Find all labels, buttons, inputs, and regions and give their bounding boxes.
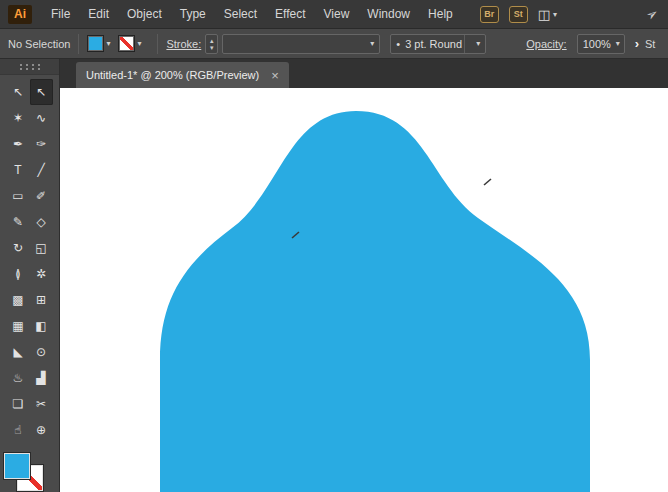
close-icon[interactable]: ×	[271, 69, 279, 82]
slice-tool[interactable]: ✂	[30, 391, 53, 417]
anchor-tick	[484, 179, 491, 185]
fill-swatch[interactable]	[87, 35, 104, 52]
opacity-panel-link[interactable]: Opacity:	[526, 38, 566, 50]
curvature-tool[interactable]: ✑	[30, 131, 53, 157]
menu-object[interactable]: Object	[118, 0, 171, 29]
chevron-down-icon[interactable]: ▾	[365, 39, 374, 48]
stepper-up-icon[interactable]: ▴	[210, 37, 214, 44]
perspective-grid-tool[interactable]: ⊞	[30, 287, 53, 313]
direct-selection-tool[interactable]: ↖	[30, 79, 53, 105]
selection-status: No Selection	[8, 38, 70, 50]
shape-builder-tool[interactable]: ▩	[7, 287, 30, 313]
menu-list: FileEditObjectTypeSelectEffectViewWindow…	[42, 0, 462, 29]
stroke-color-control[interactable]: ▾	[118, 35, 141, 52]
line-segment-tool[interactable]: ╱	[30, 157, 53, 183]
opacity-dropdown[interactable]: 100% ▾	[577, 34, 625, 54]
divider	[464, 35, 465, 53]
gradient-tool[interactable]: ◧	[30, 313, 53, 339]
eyedropper-tool[interactable]: ◣	[7, 339, 30, 365]
menu-view[interactable]: View	[315, 0, 359, 29]
shaper-tool[interactable]: ✎	[7, 209, 30, 235]
brush-preview-dot: •	[396, 38, 400, 50]
blue-shape[interactable]	[160, 111, 590, 492]
stroke-weight-stepper[interactable]: ▴ ▾	[205, 34, 218, 54]
zoom-tool[interactable]: ⊕	[30, 417, 53, 443]
lasso-tool[interactable]: ∿	[30, 105, 53, 131]
divider	[78, 34, 79, 54]
menu-effect[interactable]: Effect	[266, 0, 314, 29]
control-bar-right: Opacity: 100% ▾ › St	[526, 34, 660, 54]
bridge-button[interactable]: Br	[480, 6, 499, 23]
control-bar: No Selection ▾ ▾ Stroke: ▴ ▾ ▾ • 3 pt. R…	[0, 29, 668, 59]
share-icon[interactable]: ➢	[643, 4, 662, 24]
hand-tool[interactable]: ☝	[7, 417, 30, 443]
mesh-tool[interactable]: ▦	[7, 313, 30, 339]
stock-button[interactable]: St	[509, 6, 528, 23]
arrange-documents-icon: ◫	[538, 7, 550, 22]
paintbrush-tool[interactable]: ✐	[30, 183, 53, 209]
chevron-down-icon[interactable]: ▾	[106, 39, 110, 48]
free-transform-tool[interactable]: ✲	[30, 261, 53, 287]
menu-bar: Ai FileEditObjectTypeSelectEffectViewWin…	[0, 0, 668, 29]
illustrator-window: Ai FileEditObjectTypeSelectEffectViewWin…	[0, 0, 668, 492]
divider	[157, 34, 158, 54]
stroke-none-swatch[interactable]	[118, 35, 135, 52]
chevron-down-icon: ▾	[553, 10, 557, 19]
chevron-down-icon[interactable]: ▾	[137, 39, 141, 48]
menu-select[interactable]: Select	[215, 0, 266, 29]
stepper-down-icon[interactable]: ▾	[210, 44, 214, 51]
scale-tool[interactable]: ◱	[30, 235, 53, 261]
workspace-switcher[interactable]: ◫ ▾	[538, 7, 557, 22]
menu-window[interactable]: Window	[358, 0, 419, 29]
toolbar-swatches	[0, 449, 59, 492]
pen-tool[interactable]: ✒	[7, 131, 30, 157]
width-tool[interactable]: ≬	[7, 261, 30, 287]
artboard-tool[interactable]: ❏	[7, 391, 30, 417]
tools-grid: ↖↖✶∿✒✑T╱▭✐✎◇↻◱≬✲▩⊞▦◧◣⊙♨▟❏✂☝⊕	[0, 75, 59, 443]
document-tab-bar: Untitled-1* @ 200% (RGB/Preview) ×	[60, 59, 668, 88]
toolbar-grip-handle[interactable]	[0, 59, 59, 75]
grip-dots-icon	[18, 63, 42, 70]
document-area: Untitled-1* @ 200% (RGB/Preview) ×	[60, 59, 668, 492]
tools-panel: ↖↖✶∿✒✑T╱▭✐✎◇↻◱≬✲▩⊞▦◧◣⊙♨▟❏✂☝⊕	[0, 59, 60, 492]
app-logo: Ai	[8, 5, 32, 24]
type-tool[interactable]: T	[7, 157, 30, 183]
document-tab[interactable]: Untitled-1* @ 200% (RGB/Preview) ×	[76, 62, 289, 88]
brush-definition-dropdown[interactable]: • 3 pt. Round ▾	[390, 34, 486, 54]
chevron-down-icon[interactable]: ▾	[611, 39, 620, 48]
blend-tool[interactable]: ⊙	[30, 339, 53, 365]
style-link-clipped[interactable]: St	[645, 38, 660, 50]
selection-tool[interactable]: ↖	[7, 79, 30, 105]
menu-right-group: Br St ◫ ▾	[480, 6, 557, 23]
menu-help[interactable]: Help	[419, 0, 462, 29]
symbol-sprayer-tool[interactable]: ♨	[7, 365, 30, 391]
document-tab-title: Untitled-1* @ 200% (RGB/Preview)	[86, 69, 259, 81]
menu-type[interactable]: Type	[171, 0, 215, 29]
eraser-tool[interactable]: ◇	[30, 209, 53, 235]
artboard-svg	[60, 88, 668, 492]
magic-wand-tool[interactable]: ✶	[7, 105, 30, 131]
rotate-tool[interactable]: ↻	[7, 235, 30, 261]
workspace: ↖↖✶∿✒✑T╱▭✐✎◇↻◱≬✲▩⊞▦◧◣⊙♨▟❏✂☝⊕ Untitled-1*…	[0, 59, 668, 492]
menu-file[interactable]: File	[42, 0, 79, 29]
toolbar-fill-swatch[interactable]	[4, 453, 30, 479]
chevron-down-icon[interactable]: ▾	[471, 39, 480, 48]
brush-name: 3 pt. Round	[405, 38, 462, 50]
menu-edit[interactable]: Edit	[79, 0, 118, 29]
opacity-value: 100%	[583, 38, 611, 50]
stroke-panel-link[interactable]: Stroke:	[166, 38, 201, 50]
canvas[interactable]	[60, 88, 668, 492]
fill-control[interactable]: ▾	[87, 35, 110, 52]
expand-panel-arrow-icon[interactable]: ›	[635, 36, 639, 51]
rectangle-tool[interactable]: ▭	[7, 183, 30, 209]
column-graph-tool[interactable]: ▟	[30, 365, 53, 391]
stroke-weight-dropdown[interactable]: ▾	[222, 34, 380, 54]
